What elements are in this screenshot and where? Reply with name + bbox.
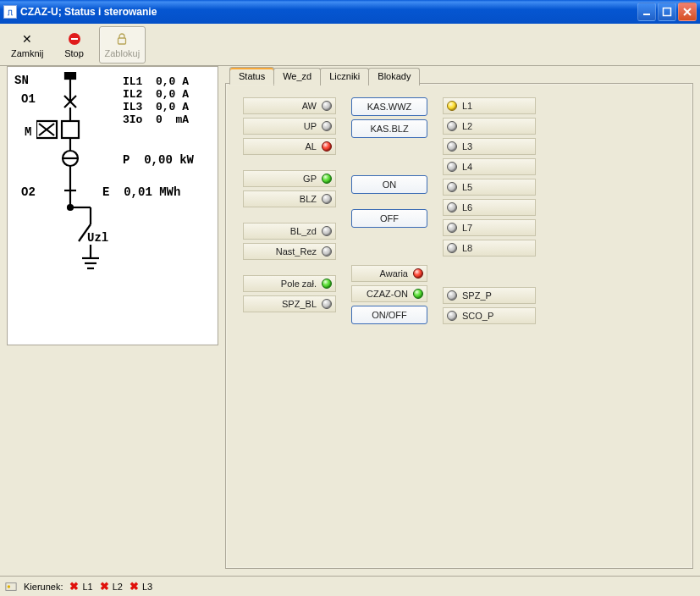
led-l3-indicator bbox=[447, 141, 457, 152]
statusbar-l1: ✖ L1 bbox=[69, 580, 92, 593]
app-icon: ⎍ bbox=[3, 5, 17, 19]
svg-rect-3 bbox=[71, 38, 78, 40]
led-al-label: AL bbox=[306, 141, 317, 152]
led-l7-label: L7 bbox=[462, 223, 472, 233]
toolbar-close-button[interactable]: ✕ Zamknij bbox=[5, 26, 50, 63]
led-czaz-on-label: CZAZ-ON bbox=[367, 289, 408, 299]
tab-we-zd-label: We_zd bbox=[283, 71, 311, 81]
diagram-panel: SN O1 M O2 Uzl IL1 0,0 A IL2 0,0 A IL3 0… bbox=[7, 66, 218, 345]
statusbar-l2-label: L2 bbox=[113, 582, 123, 592]
led-l8-indicator bbox=[447, 243, 457, 253]
tab-liczniki-label: Liczniki bbox=[329, 71, 360, 81]
led-sco-p-label: SCO_P bbox=[462, 311, 493, 321]
window-controls bbox=[637, 3, 700, 21]
led-l6: L6 bbox=[443, 199, 536, 216]
led-gp-indicator bbox=[322, 174, 332, 184]
svg-rect-14 bbox=[62, 121, 79, 138]
statusbar-kierunek: Kierunek: bbox=[24, 582, 63, 592]
schematic-icon bbox=[36, 72, 130, 275]
led-l2-indicator bbox=[447, 121, 457, 131]
diagram-label-o2: O2 bbox=[21, 185, 36, 199]
led-l8-label: L8 bbox=[462, 243, 472, 253]
status-panel: Status We_zd Liczniki Blokady AW UP AL G… bbox=[225, 83, 693, 569]
led-l3: L3 bbox=[443, 138, 536, 155]
x-icon: ✕ bbox=[19, 31, 35, 47]
diagram-measurements: IL1 0,0 A IL2 0,0 A IL3 0,0 A 3Io 0 mA bbox=[123, 75, 189, 126]
on-off-button[interactable]: ON/OFF bbox=[351, 306, 427, 324]
off-button[interactable]: OFF bbox=[351, 209, 427, 228]
diagram-label-sn: SN bbox=[14, 74, 29, 87]
led-aw: AW bbox=[243, 97, 336, 114]
status-col-1: AW UP AL GP BLZ BL_zd Nast_Rez Pole zał.… bbox=[243, 97, 336, 312]
led-spz-bl-label: SPZ_BL bbox=[282, 299, 317, 309]
led-l7: L7 bbox=[443, 219, 536, 236]
led-l5: L5 bbox=[443, 179, 536, 196]
toolbar-lock-button[interactable]: Zablokuj bbox=[99, 26, 146, 63]
led-sco-p-indicator bbox=[447, 311, 457, 321]
led-aw-indicator bbox=[322, 101, 332, 111]
svg-rect-4 bbox=[119, 38, 126, 44]
kas-blz-button[interactable]: KAS.BLZ bbox=[351, 119, 427, 138]
svg-point-21 bbox=[68, 205, 73, 210]
toolbar: ✕ Zamknij Stop Zablokuj bbox=[0, 24, 700, 66]
led-awaria-indicator bbox=[413, 268, 423, 279]
kas-wwz-label: KAS.WWZ bbox=[367, 102, 412, 112]
on-off-label: ON/OFF bbox=[372, 310, 407, 320]
window-close-button[interactable] bbox=[678, 3, 697, 21]
toolbar-lock-label: Zablokuj bbox=[105, 48, 141, 58]
led-sco-p: SCO_P bbox=[443, 307, 536, 324]
led-l6-label: L6 bbox=[462, 202, 472, 212]
led-awaria-label: Awaria bbox=[380, 268, 408, 279]
toolbar-stop-label: Stop bbox=[64, 48, 84, 58]
led-l8: L8 bbox=[443, 240, 536, 257]
statusbar-l1-label: L1 bbox=[82, 582, 92, 592]
minimize-button[interactable] bbox=[637, 3, 656, 21]
stop-icon bbox=[67, 31, 82, 47]
kas-blz-label: KAS.BLZ bbox=[370, 124, 408, 134]
led-l4-label: L4 bbox=[462, 162, 472, 172]
led-spz-p: SPZ_P bbox=[443, 287, 536, 304]
status-warning-icon bbox=[5, 581, 17, 593]
led-l7-indicator bbox=[447, 223, 457, 233]
led-bl-zd-indicator bbox=[322, 226, 332, 236]
svg-line-23 bbox=[79, 224, 91, 241]
kas-wwz-button[interactable]: KAS.WWZ bbox=[351, 97, 427, 116]
svg-rect-1 bbox=[664, 8, 671, 16]
diagram-label-m: M bbox=[25, 125, 31, 139]
led-spz-p-indicator bbox=[447, 290, 457, 301]
on-button-label: ON bbox=[383, 179, 397, 190]
statusbar-l3-label: L3 bbox=[142, 582, 152, 592]
led-l2-label: L2 bbox=[462, 121, 472, 131]
main-area: SN O1 M O2 Uzl IL1 0,0 A IL2 0,0 A IL3 0… bbox=[0, 66, 700, 576]
window-titlebar: ⎍ CZAZ-U; Status i sterowanie bbox=[0, 0, 700, 24]
toolbar-stop-button[interactable]: Stop bbox=[53, 26, 96, 63]
measurements-text: IL1 0,0 A IL2 0,0 A IL3 0,0 A 3Io 0 mA bbox=[123, 75, 189, 126]
led-spz-bl: SPZ_BL bbox=[243, 295, 336, 312]
led-nast-rez-label: Nast_Rez bbox=[276, 246, 317, 257]
led-nast-rez: Nast_Rez bbox=[243, 243, 336, 260]
led-l6-indicator bbox=[447, 202, 457, 212]
led-up: UP bbox=[243, 118, 336, 135]
led-pole-zal-label: Pole zał. bbox=[281, 279, 317, 289]
statusbar-l3: ✖ L3 bbox=[130, 580, 152, 593]
led-up-indicator bbox=[322, 121, 332, 131]
tab-status[interactable]: Status bbox=[229, 67, 274, 85]
led-l4: L4 bbox=[443, 158, 536, 175]
tab-liczniki[interactable]: Liczniki bbox=[320, 68, 369, 86]
statusbar-l2-icon: ✖ bbox=[100, 580, 109, 593]
off-button-label: OFF bbox=[380, 213, 399, 224]
maximize-button[interactable] bbox=[658, 3, 676, 21]
tab-we-zd[interactable]: We_zd bbox=[273, 68, 321, 86]
led-l3-label: L3 bbox=[462, 141, 472, 152]
svg-point-29 bbox=[8, 585, 11, 588]
tab-blokady[interactable]: Blokady bbox=[368, 68, 420, 86]
led-gp-label: GP bbox=[303, 174, 317, 184]
led-awaria: Awaria bbox=[351, 265, 427, 282]
led-pole-zal-indicator bbox=[322, 279, 332, 289]
tab-blokady-label: Blokady bbox=[378, 71, 411, 81]
led-spz-bl-indicator bbox=[322, 299, 332, 309]
tab-content-status: AW UP AL GP BLZ BL_zd Nast_Rez Pole zał.… bbox=[226, 84, 692, 334]
on-button[interactable]: ON bbox=[351, 175, 427, 194]
status-col-3: L1 L2 L3 L4 L5 L6 L7 L8 SPZ_P SCO_P bbox=[443, 97, 536, 324]
led-czaz-on-indicator bbox=[413, 289, 423, 299]
